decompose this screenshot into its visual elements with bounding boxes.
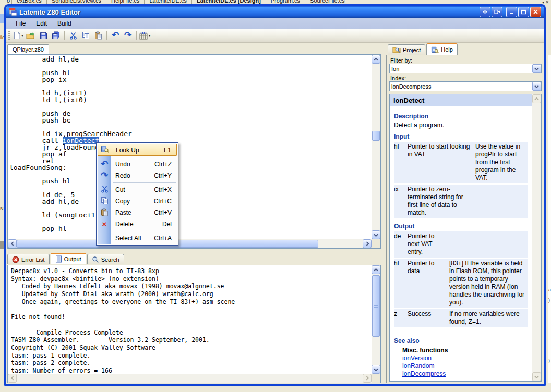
context-menu-item-look-up[interactable]: Look UpF1	[98, 144, 177, 156]
context-menu-item-label: Undo	[115, 161, 130, 168]
context-menu-item-select-all[interactable]: Select AllCtrl+A	[98, 232, 177, 244]
code-text[interactable]: add hl,de push hl pop ix ld h,(ix+1) ld …	[9, 56, 371, 239]
output-heading: Output	[394, 223, 528, 230]
minimize-button[interactable]	[506, 7, 517, 17]
search-icon	[92, 256, 99, 263]
background-left-sliver: ileN	[0, 5, 4, 392]
screen: oextBox.csSortableListView.csHelpFile.cs…	[0, 0, 551, 392]
app-icon	[9, 8, 17, 16]
description-text: Detect a program.	[394, 121, 528, 129]
tab-project[interactable]: Project	[388, 44, 425, 55]
redo-button[interactable]: ↷	[122, 30, 134, 41]
scroll-down-button[interactable]	[372, 230, 380, 239]
toolbar-separator	[136, 31, 137, 40]
save-all-button[interactable]	[50, 30, 62, 41]
save-button[interactable]	[37, 30, 50, 41]
open-button[interactable]	[25, 30, 37, 41]
tab-error-list[interactable]: Error List	[7, 254, 50, 264]
cut-button[interactable]	[67, 30, 79, 41]
paste-icon	[94, 31, 102, 40]
menu-item-build[interactable]: Build	[52, 18, 77, 29]
help-table-row: zSuccessIf no more variables were found,…	[394, 309, 528, 327]
undo-button[interactable]: ↶	[109, 30, 122, 41]
context-menu: Look UpF1↶UndoCtrl+Z↷RedoCtrl+YCutCtrl+X…	[96, 142, 178, 246]
scroll-down-button	[532, 372, 541, 381]
menu-item-edit[interactable]: Edit	[31, 18, 52, 29]
output-vertical-scrollbar[interactable]	[372, 265, 380, 374]
paste-button[interactable]	[92, 30, 104, 41]
close-button[interactable]	[530, 7, 541, 17]
context-menu-item-shortcut: Ctrl+V	[154, 209, 172, 216]
background-document-tab: LateniteIDE.cs [Design]	[192, 0, 266, 4]
background-fragment: N	[0, 206, 4, 211]
output-horizontal-scrollbar[interactable]	[8, 374, 372, 383]
tab-label: Output	[64, 256, 81, 262]
toolbar-grip[interactable]	[8, 31, 10, 40]
menu-item-file[interactable]: File	[10, 18, 31, 29]
context-menu-item-shortcut: F1	[164, 146, 171, 154]
context-menu-item-copy[interactable]: CopyCtrl+C	[98, 195, 177, 207]
title-bar[interactable]: Latenite Z80 Editor	[6, 6, 544, 18]
scroll-right-button[interactable]	[363, 239, 372, 248]
see-also-link-ionrandom[interactable]: ionRandom	[402, 362, 528, 370]
scroll-left-button[interactable]	[8, 239, 17, 248]
toolbar-separator	[64, 31, 65, 40]
selected-text[interactable]: ionDetect	[63, 137, 99, 144]
scroll-up-button	[532, 94, 541, 103]
register-cell: de	[394, 232, 408, 256]
scroll-down-button[interactable]	[372, 365, 380, 374]
chevron-down-icon[interactable]	[532, 82, 541, 91]
context-menu-item-label: Cut	[115, 186, 125, 193]
minimize-icon	[509, 8, 514, 16]
context-menu-item-undo[interactable]: ↶UndoCtrl+Z	[98, 158, 177, 170]
copy-icon	[100, 197, 109, 206]
chevron-down-icon[interactable]	[532, 64, 541, 73]
background-fragment: )	[548, 298, 550, 303]
help-document: ionDetect Description Detect a program. …	[389, 94, 542, 382]
context-menu-item-shortcut: Ctrl+A	[154, 235, 172, 242]
background-document-tab: HelpFile.cs	[106, 0, 145, 4]
editor-vertical-scrollbar[interactable]	[372, 55, 380, 239]
see-also-link-iondecompress[interactable]: ionDecompress	[402, 370, 528, 378]
context-menu-item-shortcut: Ctrl+Y	[154, 172, 172, 179]
context-menu-item-label: Look Up	[116, 146, 139, 154]
see-also-link-ionversion[interactable]: ionVersion	[402, 354, 528, 362]
context-menu-item-delete[interactable]: ×DeleteDel	[98, 218, 177, 230]
output-icon	[55, 255, 62, 263]
index-combobox[interactable]: ionDecompress	[389, 81, 542, 91]
help-vertical-scrollbar[interactable]	[532, 94, 541, 381]
build-button[interactable]: ▾	[139, 30, 151, 41]
context-menu-item-label: Paste	[115, 209, 131, 216]
scrollbar-corner	[372, 374, 380, 383]
detach-window-button[interactable]	[492, 7, 502, 17]
scroll-up-button[interactable]	[372, 265, 380, 274]
filter-combobox[interactable]: Ion	[389, 64, 542, 74]
background-document-tab: Program.cs	[266, 0, 305, 4]
tab-help[interactable]: Help	[426, 43, 458, 55]
background-fragment	[0, 241, 4, 249]
context-menu-item-paste[interactable]: PasteCtrl+V	[98, 207, 177, 218]
close-icon	[533, 8, 538, 16]
scroll-up-button[interactable]	[372, 55, 380, 64]
context-menu-item-cut[interactable]: CutCtrl+X	[98, 184, 177, 195]
tab-search[interactable]: Search	[87, 254, 124, 264]
copy-button[interactable]	[79, 30, 92, 41]
editor-vscroll-thumb[interactable]	[372, 131, 380, 141]
cut-icon	[69, 32, 77, 40]
context-menu-item-shortcut: Del	[162, 220, 172, 228]
tab-output[interactable]: Output	[51, 253, 86, 264]
editor-tab-qplayer[interactable]: QPlayer.z80	[7, 44, 49, 54]
tab-label: Project	[403, 47, 421, 53]
tab-label: Help	[441, 46, 453, 53]
background-document-tab: SortableListView.cs	[47, 0, 106, 4]
cut-icon	[100, 185, 109, 194]
new-file-button[interactable]: ▾	[12, 30, 25, 41]
output-vscroll-thumb[interactable]	[372, 275, 380, 337]
split-pane-button[interactable]	[480, 7, 490, 17]
register-cell: hl	[394, 260, 408, 307]
context-menu-item-redo[interactable]: ↷RedoCtrl+Y	[98, 170, 177, 181]
background-fragment	[0, 14, 4, 23]
maximize-icon	[521, 8, 526, 16]
maximize-button[interactable]	[518, 7, 529, 17]
editor-horizontal-scrollbar[interactable]	[8, 239, 372, 248]
